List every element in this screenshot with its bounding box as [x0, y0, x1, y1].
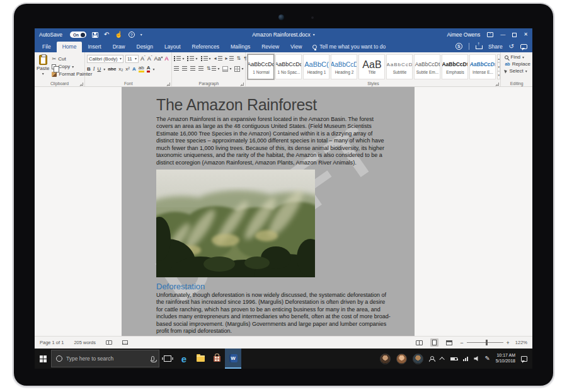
help-badge-icon[interactable]: ? [129, 32, 135, 38]
document-paragraph-2[interactable]: Unfortunately, though deforestation is n… [156, 292, 391, 335]
style-title[interactable]: AaB Title [358, 54, 385, 79]
task-view-button[interactable] [159, 349, 176, 369]
comments-icon[interactable] [520, 44, 527, 49]
highlight-color-button[interactable]: ab [139, 66, 144, 72]
document-paragraph-1[interactable]: The Amazon Rainforest is an expansive fo… [156, 116, 391, 166]
document-page[interactable]: DRAFT The Amazon Rainforest The Amazon R… [122, 87, 415, 336]
align-right-button[interactable] [190, 66, 195, 71]
people-avatar-2[interactable] [396, 354, 407, 364]
paste-button[interactable]: Paste ▾ [37, 54, 49, 79]
style-intense-emphasis[interactable]: AaBbCcDt Intense E... [469, 54, 496, 79]
start-button[interactable] [35, 349, 51, 369]
select-button[interactable]: Select ▾ [505, 67, 530, 74]
zoom-in-button[interactable]: + [507, 340, 510, 346]
zoom-level[interactable]: 122% [515, 340, 527, 345]
styles-gallery-expand-icon[interactable]: ▾ [497, 71, 500, 79]
change-case-button[interactable]: Aa▾ [154, 55, 163, 62]
read-mode-button[interactable] [414, 339, 425, 347]
touch-mode-icon[interactable]: ☝ [115, 32, 122, 38]
font-family-select[interactable]: Calibri (Body) ▾ [87, 55, 123, 63]
tab-layout[interactable]: Layout [159, 42, 186, 52]
line-spacing-button[interactable]: ⇅▾ [207, 66, 220, 71]
align-left-button[interactable] [174, 66, 179, 71]
print-layout-button[interactable] [430, 338, 438, 347]
microphone-icon[interactable] [151, 356, 154, 361]
style-subtitle[interactable]: AaBbCcD Subtitle [386, 54, 413, 79]
italic-button[interactable]: I [93, 66, 95, 72]
align-center-button[interactable] [182, 66, 187, 71]
font-color-dropdown-icon[interactable]: ▾ [152, 67, 154, 71]
macro-record-icon[interactable] [122, 340, 128, 345]
save-icon[interactable] [92, 32, 98, 38]
word-taskbar-button[interactable]: W [225, 349, 241, 369]
rainforest-photo[interactable] [156, 170, 315, 277]
style-normal[interactable]: AaBbCcDd 1 Normal [248, 54, 274, 79]
network-icon[interactable] [463, 357, 468, 361]
clear-formatting-button[interactable]: A [164, 55, 168, 62]
customize-qat-icon[interactable]: ▾ [140, 33, 142, 37]
borders-button[interactable]: ▾ [234, 66, 243, 72]
edge-button[interactable]: e [176, 349, 192, 369]
zoom-slider[interactable] [467, 342, 503, 343]
search-input[interactable] [66, 355, 147, 362]
proofing-icon[interactable] [106, 340, 112, 345]
action-center-icon[interactable] [521, 356, 527, 362]
style-heading1[interactable]: AaBbC( Heading 1 [303, 54, 329, 79]
clipboard-dialog-launcher-icon[interactable] [80, 83, 83, 86]
user-name[interactable]: Aimee Owens [447, 32, 480, 38]
share-button[interactable]: Share [488, 43, 503, 50]
tell-me-box[interactable]: Tell me what you want to do [312, 43, 386, 52]
maximize-button[interactable] [512, 33, 517, 37]
speaker-icon[interactable] [474, 356, 479, 361]
minimize-button[interactable]: — [500, 32, 505, 37]
numbering-button[interactable]: ▾ [187, 56, 197, 61]
pen-icon[interactable]: ✎ [484, 355, 490, 362]
shading-button[interactable]: ▾ [222, 66, 231, 72]
underline-dropdown-icon[interactable]: ▾ [103, 67, 105, 71]
style-no-spacing[interactable]: AaBbCcDd 1 No Spac... [275, 54, 302, 79]
document-subheading[interactable]: Deforestation [156, 282, 391, 291]
document-heading[interactable]: The Amazon Rainforest [156, 96, 391, 114]
people-hub-icon[interactable] [429, 356, 435, 362]
s-badge-icon[interactable]: S [455, 43, 462, 50]
tab-design[interactable]: Design [131, 42, 159, 52]
text-effects-button[interactable]: A [132, 66, 136, 72]
store-button[interactable] [209, 349, 225, 369]
font-color-button[interactable]: A [147, 66, 151, 72]
bold-button[interactable]: B [87, 66, 91, 72]
justify-button[interactable] [198, 66, 203, 71]
grow-font-button[interactable]: Aˆ [140, 55, 146, 62]
paragraph-dialog-launcher-icon[interactable] [241, 83, 244, 86]
superscript-button[interactable]: x² [125, 66, 130, 72]
close-button[interactable]: ✕ [524, 32, 528, 37]
increase-indent-button[interactable]: ▸ [226, 56, 234, 61]
tab-home[interactable]: Home [57, 42, 83, 52]
style-emphasis[interactable]: AaBbCcDt Emphasis [442, 54, 468, 79]
tab-draw[interactable]: Draw [107, 42, 131, 52]
history-icon[interactable]: ↺ [509, 43, 514, 50]
file-explorer-button[interactable] [192, 349, 209, 369]
font-dialog-launcher-icon[interactable] [167, 83, 170, 86]
shrink-font-button[interactable]: Aˇ [147, 55, 152, 62]
style-heading2[interactable]: AaBbCcD Heading 2 [331, 54, 357, 79]
subscript-button[interactable]: x₂ [118, 66, 123, 72]
zoom-out-button[interactable]: − [460, 340, 463, 346]
web-layout-button[interactable] [444, 339, 454, 347]
ribbon-display-options-icon[interactable]: ˆ [487, 32, 493, 37]
styles-dialog-launcher-icon[interactable] [496, 83, 499, 86]
tray-clock[interactable]: 10:17 AM 5/10/2018 [496, 353, 515, 364]
battery-icon[interactable] [450, 357, 457, 360]
tab-mailings[interactable]: Mailings [225, 42, 256, 52]
replace-button[interactable]: ab Replace [505, 61, 530, 67]
strikethrough-button[interactable]: abc [108, 66, 116, 72]
undo-icon[interactable]: ↶ [104, 32, 109, 38]
tab-insert[interactable]: Insert [82, 42, 106, 52]
tab-view[interactable]: View [285, 42, 307, 52]
page-indicator[interactable]: Page 1 of 1 [40, 340, 64, 345]
bullets-button[interactable]: ▾ [174, 56, 184, 61]
multilevel-list-button[interactable]: ▾ [201, 56, 211, 61]
style-subtle-emphasis[interactable]: AaBbCcDt Subtle Em... [414, 54, 440, 79]
document-title[interactable]: Amazon Rainforest.docx ▾ [252, 32, 315, 38]
styles-scroll-up-icon[interactable]: ▴ [497, 54, 500, 62]
tab-references[interactable]: References [186, 42, 225, 52]
